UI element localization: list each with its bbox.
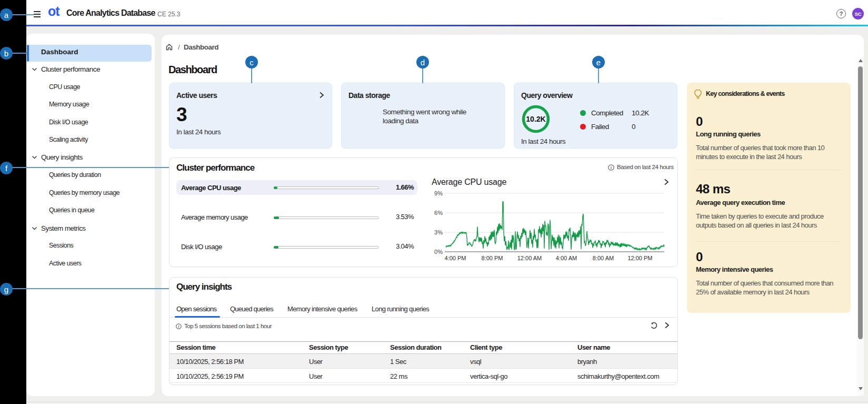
svg-text:12:00 PM: 12:00 PM: [627, 255, 652, 261]
svg-text:8:00 PM: 8:00 PM: [482, 255, 503, 261]
svg-text:4:00 AM: 4:00 AM: [556, 255, 577, 261]
svg-text:10.2K: 10.2K: [526, 115, 545, 123]
svg-text:6%: 6%: [434, 210, 443, 216]
svg-text:12:00 AM: 12:00 AM: [517, 255, 542, 261]
svg-text:0%: 0%: [434, 249, 443, 255]
svg-text:3%: 3%: [434, 229, 443, 235]
svg-text:4:00 PM: 4:00 PM: [445, 255, 466, 261]
svg-text:8:00 AM: 8:00 AM: [593, 255, 614, 261]
svg-text:9%: 9%: [434, 190, 443, 196]
